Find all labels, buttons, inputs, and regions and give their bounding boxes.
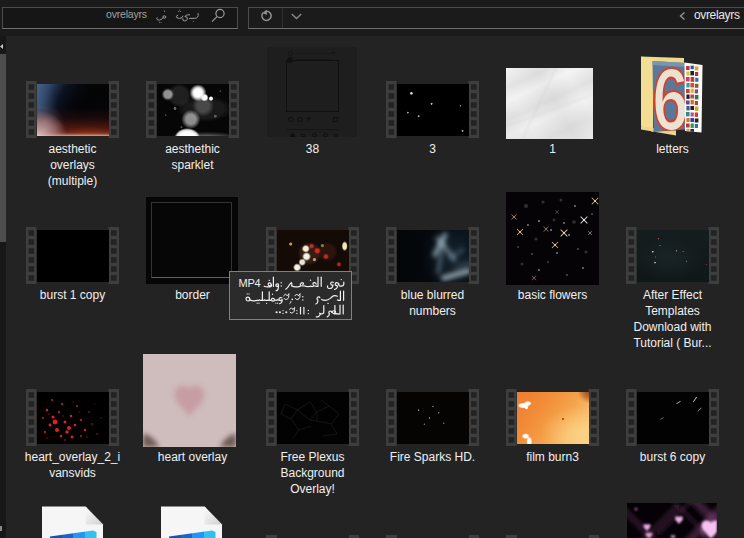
svg-text:MP4: MP4 (239, 277, 261, 289)
svg-text:6: 6 (652, 50, 688, 142)
